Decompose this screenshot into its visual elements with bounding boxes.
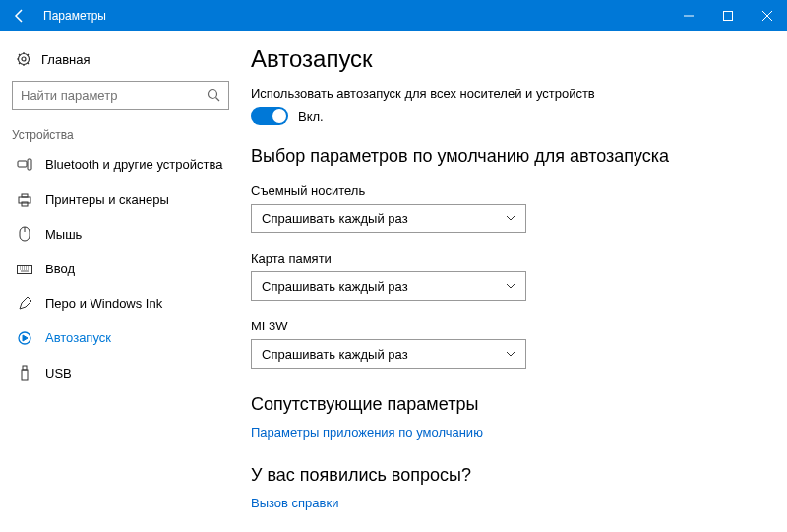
sidebar-item-label: Мышь bbox=[45, 227, 82, 242]
toggle-description: Использовать автозапуск для всех носител… bbox=[251, 87, 757, 101]
window-title: Параметры bbox=[39, 9, 106, 23]
usb-icon bbox=[16, 365, 33, 381]
main-content: Автозапуск Использовать автозапуск для в… bbox=[241, 31, 787, 532]
help-link[interactable]: Вызов справки bbox=[251, 496, 757, 510]
search-icon bbox=[207, 89, 220, 102]
select-value: Спрашивать каждый раз bbox=[262, 347, 408, 362]
close-icon bbox=[762, 11, 772, 21]
chevron-down-icon bbox=[506, 283, 515, 289]
minimize-icon bbox=[684, 11, 694, 21]
select-value: Спрашивать каждый раз bbox=[262, 279, 408, 294]
titlebar: Параметры bbox=[0, 0, 787, 31]
sidebar-item-label: Перо и Windows Ink bbox=[45, 296, 162, 311]
field-label-removable: Съемный носитель bbox=[251, 183, 757, 198]
sidebar-item-bluetooth[interactable]: Bluetooth и другие устройства bbox=[8, 148, 233, 182]
related-link[interactable]: Параметры приложения по умолчанию bbox=[251, 425, 757, 440]
svg-point-2 bbox=[22, 57, 26, 61]
svg-rect-4 bbox=[18, 161, 27, 167]
devices-icon bbox=[16, 158, 33, 172]
sidebar-item-label: Bluetooth и другие устройства bbox=[45, 157, 222, 172]
page-title: Автозапуск bbox=[251, 45, 757, 73]
sidebar-item-printers[interactable]: Принтеры и сканеры bbox=[8, 182, 233, 216]
select-value: Спрашивать каждый раз bbox=[262, 211, 408, 226]
sidebar: Главная Устройства Bluetooth и другие ус… bbox=[0, 31, 241, 532]
sidebar-item-label: Автозапуск bbox=[45, 330, 111, 345]
sidebar-item-usb[interactable]: USB bbox=[8, 355, 233, 390]
chevron-down-icon bbox=[506, 215, 515, 221]
svg-rect-5 bbox=[28, 159, 31, 170]
back-button[interactable] bbox=[0, 0, 39, 31]
svg-rect-14 bbox=[23, 366, 27, 370]
sidebar-category: Устройства bbox=[8, 124, 233, 148]
select-removable[interactable]: Спрашивать каждый раз bbox=[251, 204, 526, 233]
minimize-button[interactable] bbox=[669, 0, 708, 31]
select-mi3w[interactable]: Спрашивать каждый раз bbox=[251, 339, 526, 369]
help-heading: У вас появились вопросы? bbox=[251, 465, 757, 486]
sidebar-item-mouse[interactable]: Мышь bbox=[8, 216, 233, 252]
back-icon bbox=[12, 8, 28, 24]
sidebar-item-label: Ввод bbox=[45, 262, 75, 276]
sidebar-home[interactable]: Главная bbox=[8, 43, 233, 75]
gear-icon bbox=[16, 51, 31, 67]
autoplay-icon bbox=[16, 331, 33, 345]
sidebar-home-label: Главная bbox=[41, 52, 90, 67]
svg-rect-7 bbox=[22, 194, 28, 197]
defaults-heading: Выбор параметров по умолчанию для автоза… bbox=[251, 147, 757, 167]
sidebar-item-label: USB bbox=[45, 366, 72, 381]
field-label-mi3w: MI 3W bbox=[251, 319, 757, 333]
pen-icon bbox=[16, 297, 33, 311]
mouse-icon bbox=[16, 226, 33, 242]
field-label-memorycard: Карта памяти bbox=[251, 251, 757, 266]
sidebar-item-autoplay[interactable]: Автозапуск bbox=[8, 321, 233, 355]
sidebar-item-label: Принтеры и сканеры bbox=[45, 192, 169, 207]
close-button[interactable] bbox=[748, 0, 787, 31]
keyboard-icon bbox=[16, 265, 33, 274]
toggle-state-label: Вкл. bbox=[298, 109, 324, 124]
printer-icon bbox=[16, 193, 33, 207]
sidebar-item-pen[interactable]: Перо и Windows Ink bbox=[8, 286, 233, 321]
related-heading: Сопутствующие параметры bbox=[251, 394, 757, 415]
search-box[interactable] bbox=[12, 81, 229, 110]
search-input[interactable] bbox=[21, 89, 207, 103]
svg-point-3 bbox=[209, 90, 217, 99]
autoplay-toggle[interactable] bbox=[251, 107, 288, 125]
maximize-icon bbox=[723, 11, 733, 21]
sidebar-item-typing[interactable]: Ввод bbox=[8, 252, 233, 286]
select-memorycard[interactable]: Спрашивать каждый раз bbox=[251, 271, 526, 301]
svg-rect-13 bbox=[22, 370, 28, 380]
chevron-down-icon bbox=[506, 351, 515, 357]
maximize-button[interactable] bbox=[708, 0, 748, 31]
svg-rect-0 bbox=[724, 12, 733, 21]
